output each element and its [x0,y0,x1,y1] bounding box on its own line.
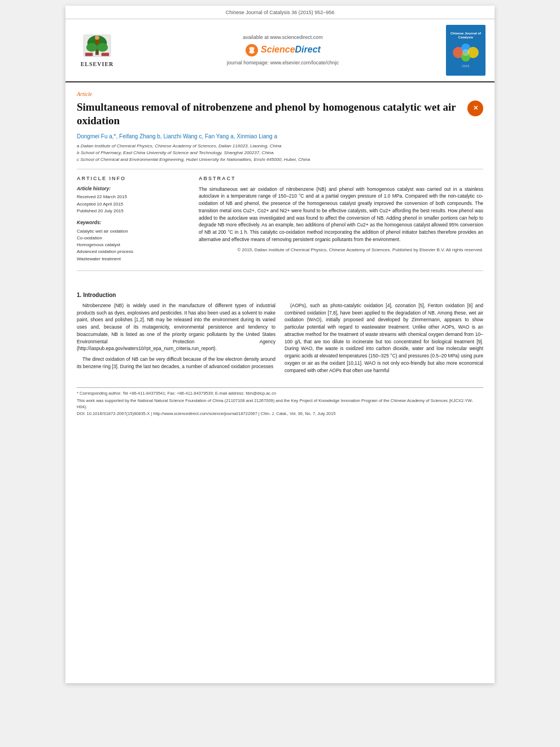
journal-page: Chinese Journal of Catalysis 36 (2015) 9… [65,6,495,683]
keyword-5: Wastewater treatment [77,256,190,262]
svg-rect-8 [102,53,109,56]
received-date: Received 22 March 2015 [77,194,190,200]
corresponding-author-note: * Corresponding author. Tel +86-411-8437… [77,390,483,396]
svg-rect-7 [85,53,93,56]
footnotes: * Corresponding author. Tel +86-411-8437… [77,387,483,417]
elsevier-logo: ELSEVIER [75,32,120,68]
intro-two-col: Nitrobenzene (NB) is widely used in the … [77,302,483,378]
intro-left: Nitrobenzene (NB) is widely used in the … [77,302,275,378]
intro-section-title: 1. Introduction [77,291,483,299]
article-type: Article [77,90,483,98]
affiliations: a Dalian Institute of Chemical Physics, … [77,143,483,163]
cover-journal-name: Chinese Journal of Catalysis [450,32,481,39]
sciencedirect-logo: ScienceDirect [120,43,446,57]
doi-note: DOI: 10.1016/S1872-2067(15)60835-X | htt… [77,410,483,417]
svg-point-14 [462,49,469,56]
work-supported-note: This work was supported by the National … [77,397,483,410]
svg-point-3 [86,43,97,51]
keywords-section: Keywords: Catalytic wet air oxidation Co… [77,220,190,262]
sciencedirect-brand: ScienceDirect [261,43,321,56]
abstract-text: The simultaneous wet air oxidation of ni… [199,186,483,243]
available-at-text: available at www.sciencedirect.com [120,34,446,41]
cover-year: 2015 [462,64,469,68]
keyword-1: Catalytic wet air oxidation [77,228,190,234]
journal-cover: Chinese Journal of Catalysis 2015 [446,25,485,76]
intro-title: Introduction [83,292,116,298]
intro-left-text: Nitrobenzene (NB) is widely used in the … [77,302,275,370]
article-info-header: ARTICLE INFO [77,175,190,182]
article-info-col: ARTICLE INFO Article history: Received 2… [77,175,190,263]
sd-logo-icon [245,43,259,57]
affiliation-a: a Dalian Institute of Chemical Physics, … [77,143,483,150]
affiliation-b: b School of Pharmacy, East China Univers… [77,150,483,156]
divider-2 [77,270,483,271]
intro-right-text: (AOPs), such as photo-catalytic oxidatio… [285,302,483,374]
elsevier-label: ELSEVIER [81,60,114,68]
keywords-label: Keywords: [77,220,190,226]
svg-point-5 [95,35,99,40]
keyword-4: Advanced oxidation process [77,248,190,255]
keyword-3: Homogenous catalyst [77,242,190,248]
accepted-date: Accepted 10 April 2015 [77,201,190,207]
svg-rect-6 [95,40,99,44]
intro-right: (AOPs), such as photo-catalytic oxidatio… [285,302,483,378]
article-body: Article Simultaneous removal of nitroben… [65,82,495,281]
journal-homepage-text: journal homepage: www.elsevier.com/locat… [120,59,446,67]
abstract-header: ABSTRACT [199,175,483,182]
intro-para-1: Nitrobenzene (NB) is widely used in the … [77,302,275,352]
svg-point-4 [97,43,108,51]
keyword-2: Co-oxidation [77,235,190,241]
journal-header: Chinese Journal of Catalysis 36 (2015) 9… [65,6,495,19]
main-content: 1. Introduction Nitrobenzene (NB) is wid… [65,281,495,383]
divider-1 [77,169,483,169]
cover-graphic [452,41,480,64]
info-abstract-section: ARTICLE INFO Article history: Received 2… [77,175,483,263]
history-label: Article history: [77,186,190,193]
copyright-line: © 2015, Dalian Institute of Chemical Phy… [199,247,483,253]
journal-title-header: Chinese Journal of Catalysis 36 (2015) 9… [226,10,335,15]
authors-line: Dongmei Fu a,*, Feifang Zhang b, Lianzhi… [77,133,483,141]
article-title: Simultaneous removal of nitrobenzene and… [77,101,463,128]
intro-para-right-1: (AOPs), such as photo-catalytic oxidatio… [285,302,483,374]
elsevier-tree-icon [80,32,114,59]
intro-para-2: The direct oxidation of NB can be very d… [77,356,275,370]
title-row: Simultaneous removal of nitrobenzene and… [77,101,483,133]
intro-number: 1. [77,292,81,298]
logo-bar: ELSEVIER available at www.sciencedirect.… [65,19,495,82]
abstract-col: ABSTRACT The simultaneous wet air oxidat… [199,175,483,263]
affiliation-c: c School of Chemical and Environmental E… [77,156,483,163]
published-date: Published 20 July 2015 [77,208,190,214]
crossmark-icon[interactable]: ✕ [467,101,483,116]
center-links: available at www.sciencedirect.com Scien… [120,34,446,66]
